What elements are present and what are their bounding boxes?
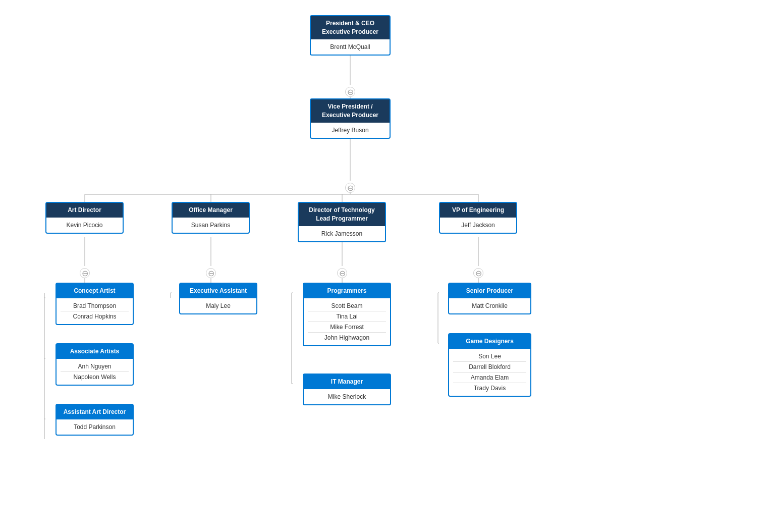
- art-dir-node: Art Director Kevin Picocio: [45, 202, 124, 234]
- vp-name: Jeffrey Buson: [315, 125, 386, 135]
- it-mgr-body: Mike Sherlock: [304, 389, 390, 404]
- asst-art-dir-body: Todd Parkinson: [57, 419, 133, 435]
- person-todd: Todd Parkinson: [61, 422, 129, 432]
- dir-tech-collapse-icon[interactable]: ⊖: [337, 268, 347, 278]
- game-designers-body: Son Lee Darrell Blokford Amanda Elam Tra…: [449, 349, 530, 396]
- person-maly: Maly Lee: [184, 301, 252, 311]
- game-designers-node: Game Designers Son Lee Darrell Blokford …: [448, 333, 531, 397]
- it-mgr-header: IT Manager: [304, 375, 390, 389]
- art-dir-header: Art Director: [46, 203, 123, 218]
- programmers-header: Programmers: [304, 284, 390, 298]
- ceo-header: President & CEO Executive Producer: [311, 16, 390, 39]
- ceo-node: President & CEO Executive Producer Brent…: [310, 15, 391, 56]
- person-john: John Highwagon: [308, 333, 386, 343]
- person-son: Son Lee: [453, 351, 526, 362]
- programmers-node: Programmers Scott Beam Tina Lai Mike For…: [303, 283, 391, 346]
- person-mike-f: Mike Forrest: [308, 322, 386, 333]
- person-conrad: Conrad Hopkins: [61, 311, 129, 322]
- programmers-body: Scott Beam Tina Lai Mike Forrest John Hi…: [304, 298, 390, 345]
- org-chart-container: President & CEO Executive Producer Brent…: [0, 0, 771, 532]
- exec-asst-body: Maly Lee: [180, 298, 256, 313]
- ceo-name: Brentt McQuall: [315, 42, 386, 52]
- person-amanda: Amanda Elam: [453, 373, 526, 383]
- person-anh: Anh Nguyen: [61, 361, 129, 372]
- office-mgr-collapse-icon[interactable]: ⊖: [206, 268, 216, 278]
- concept-artist-node: Concept Artist Brad Thompson Conrad Hopk…: [56, 283, 134, 325]
- exec-asst-node: Executive Assistant Maly Lee: [179, 283, 257, 314]
- senior-prod-body: Matt Cronkile: [449, 298, 530, 313]
- senior-prod-node: Senior Producer Matt Cronkile: [448, 283, 531, 314]
- it-mgr-node: IT Manager Mike Sherlock: [303, 374, 391, 405]
- office-mgr-header: Office Manager: [173, 203, 249, 218]
- person-darrell: Darrell Blokford: [453, 362, 526, 373]
- dir-tech-name: Rick Jamesson: [303, 229, 381, 239]
- assoc-artists-node: Associate Artists Anh Nguyen Napoleon We…: [56, 343, 134, 386]
- game-designers-header: Game Designers: [449, 334, 530, 349]
- asst-art-dir-node: Assistant Art Director Todd Parkinson: [56, 404, 134, 436]
- person-trady: Trady Davis: [453, 383, 526, 393]
- office-mgr-node: Office Manager Susan Parkins: [172, 202, 250, 234]
- vp-collapse-icon[interactable]: ⊖: [345, 183, 355, 193]
- ceo-body: Brentt McQuall: [311, 39, 390, 55]
- person-napoleon: Napoleon Wells: [61, 372, 129, 382]
- vp-body: Jeffrey Buson: [311, 123, 390, 138]
- person-mike-s: Mike Sherlock: [308, 392, 386, 402]
- vp-eng-node: VP of Engineering Jeff Jackson: [439, 202, 517, 234]
- exec-asst-header: Executive Assistant: [180, 284, 256, 298]
- vp-eng-header: VP of Engineering: [440, 203, 516, 218]
- assoc-artists-body: Anh Nguyen Napoleon Wells: [57, 359, 133, 385]
- person-brad: Brad Thompson: [61, 301, 129, 311]
- vp-eng-body: Jeff Jackson: [440, 218, 516, 233]
- assoc-artists-header: Associate Artists: [57, 344, 133, 359]
- senior-prod-header: Senior Producer: [449, 284, 530, 298]
- dir-tech-body: Rick Jamesson: [299, 226, 385, 241]
- connectors-svg: [0, 0, 771, 532]
- dir-tech-header: Director of Technology Lead Programmer: [299, 203, 385, 226]
- person-matt: Matt Cronkile: [453, 301, 526, 311]
- concept-artist-body: Brad Thompson Conrad Hopkins: [57, 298, 133, 324]
- concept-artist-header: Concept Artist: [57, 284, 133, 298]
- vp-eng-collapse-icon[interactable]: ⊖: [473, 268, 483, 278]
- person-scott: Scott Beam: [308, 301, 386, 311]
- asst-art-dir-header: Assistant Art Director: [57, 405, 133, 419]
- person-tina: Tina Lai: [308, 311, 386, 322]
- art-dir-name: Kevin Picocio: [50, 220, 119, 230]
- dir-tech-node: Director of Technology Lead Programmer R…: [298, 202, 386, 242]
- vp-node: Vice President / Executive Producer Jeff…: [310, 98, 391, 139]
- ceo-collapse-icon[interactable]: ⊖: [345, 87, 355, 97]
- vp-header: Vice President / Executive Producer: [311, 99, 390, 123]
- art-dir-body: Kevin Picocio: [46, 218, 123, 233]
- office-mgr-name: Susan Parkins: [177, 220, 245, 230]
- art-dir-collapse-icon[interactable]: ⊖: [80, 268, 90, 278]
- office-mgr-body: Susan Parkins: [173, 218, 249, 233]
- vp-eng-name: Jeff Jackson: [444, 220, 512, 230]
